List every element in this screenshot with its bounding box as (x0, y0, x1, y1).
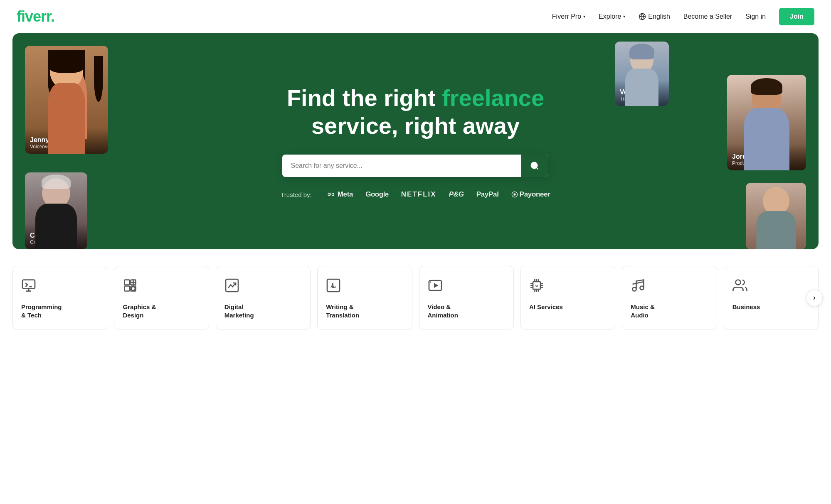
language-selector[interactable]: English (639, 13, 670, 20)
logo-dot: . (51, 8, 54, 25)
svg-rect-12 (125, 286, 130, 291)
join-button[interactable]: Join (779, 8, 814, 25)
svg-rect-6 (22, 280, 35, 289)
category-label-music-audio: Music & Audio (631, 303, 655, 319)
person-card-jordan: Jordan Production Assistant (727, 75, 806, 170)
fiverr-pro-link[interactable]: Fiverr Pro ▾ (552, 13, 585, 20)
chevron-down-icon: ▾ (623, 14, 625, 19)
svg-point-40 (640, 286, 644, 290)
hero-section: Jenny Voiceover & Singer Veronica Transl… (12, 33, 819, 249)
logo-text: fiverr (17, 8, 51, 25)
svg-line-3 (537, 167, 538, 169)
svg-point-24 (430, 281, 431, 283)
nav-links: Fiverr Pro ▾ Explore ▾ English Become a … (552, 8, 814, 25)
music-icon (631, 278, 646, 296)
hero-headline-part1: Find the right (287, 85, 442, 111)
meta-icon (327, 190, 335, 199)
trusted-row: Trusted by: Meta Google NETFLIX P&G PayP… (281, 190, 550, 199)
svg-text:AI: AI (535, 284, 538, 288)
google-logo: Google (365, 190, 389, 199)
payoneer-logo: Payoneer (511, 190, 550, 199)
category-label-programming-tech: Programming & Tech (21, 303, 62, 319)
trusted-by-label: Trusted by: (281, 191, 311, 198)
category-label-ai-services: AI Services (529, 303, 563, 311)
netflix-logo: NETFLIX (401, 190, 436, 199)
svg-point-5 (513, 194, 515, 196)
become-seller-link[interactable]: Become a Seller (683, 13, 732, 20)
logo[interactable]: fiverr. (17, 8, 54, 25)
category-card-graphics-design[interactable]: Graphics & Design (114, 266, 209, 329)
svg-point-42 (735, 280, 740, 285)
explore-label: Explore (599, 13, 621, 20)
hero-headline-part2: service, right away (311, 113, 520, 139)
hero-center: Find the right freelance service, right … (281, 84, 550, 199)
svg-line-41 (633, 282, 644, 284)
category-label-graphics-design: Graphics & Design (123, 303, 156, 319)
person-card-veronica: Veronica Translator (615, 42, 669, 106)
categories-wrapper: Programming & Tech Graphics & Design (12, 266, 819, 329)
payoneer-label: Payoneer (520, 190, 550, 199)
category-label-business: Business (732, 303, 760, 311)
category-card-digital-marketing[interactable]: Digital Marketing (216, 266, 311, 329)
svg-text:a: a (334, 284, 336, 289)
payoneer-icon (511, 191, 518, 198)
svg-point-2 (531, 162, 538, 169)
category-card-writing-translation[interactable]: A a Writing & Translation (317, 266, 412, 329)
sign-in-button[interactable]: Sign in (745, 13, 766, 20)
category-card-business[interactable]: Business (724, 266, 819, 329)
categories-section: Programming & Tech Graphics & Design (0, 249, 831, 338)
svg-rect-10 (125, 280, 130, 285)
category-card-ai-services[interactable]: AI AI Services (520, 266, 615, 329)
cpu-icon: AI (529, 278, 544, 296)
search-bar (282, 155, 548, 177)
search-button[interactable] (521, 155, 548, 177)
pg-logo: P&G (449, 190, 464, 199)
category-label-video-animation: Video & Animation (428, 303, 458, 319)
hero-headline-green: freelance (442, 85, 544, 111)
meta-logo: Meta (327, 190, 353, 199)
play-circle-icon (428, 278, 443, 296)
hero-title: Find the right freelance service, right … (281, 84, 550, 140)
explore-link[interactable]: Explore ▾ (599, 13, 625, 20)
pen-tool-icon (123, 278, 138, 296)
search-icon (530, 161, 539, 170)
categories-grid: Programming & Tech Graphics & Design (12, 266, 819, 329)
globe-icon (639, 13, 646, 20)
category-label-digital-marketing: Digital Marketing (224, 303, 254, 319)
category-card-music-audio[interactable]: Music & Audio (622, 266, 717, 329)
meta-label: Meta (338, 190, 353, 199)
trending-up-icon (224, 278, 239, 296)
person-card-jenny: Jenny Voiceover & Singer (25, 46, 108, 154)
svg-marker-23 (434, 283, 439, 288)
person-card-colin: Colin Creative Director (25, 172, 87, 249)
chevron-down-icon: ▾ (583, 14, 585, 19)
search-input[interactable] (282, 155, 521, 177)
person-card-br (746, 183, 806, 249)
trusted-brands: Meta Google NETFLIX P&G PayPal Payoneer (327, 190, 550, 199)
paypal-logo: PayPal (476, 190, 499, 199)
fiverr-pro-label: Fiverr Pro (552, 13, 581, 20)
category-card-video-animation[interactable]: Video & Animation (419, 266, 514, 329)
type-icon: A a (326, 278, 341, 296)
category-label-writing-translation: Writing & Translation (326, 303, 359, 319)
users-icon (732, 278, 747, 296)
svg-point-16 (131, 287, 135, 290)
categories-next-button[interactable]: › (806, 290, 823, 306)
monitor-icon (21, 278, 36, 296)
svg-point-39 (633, 288, 636, 291)
category-card-programming-tech[interactable]: Programming & Tech (12, 266, 107, 329)
navbar: fiverr. Fiverr Pro ▾ Explore ▾ English B… (0, 0, 831, 33)
language-label: English (648, 13, 670, 20)
